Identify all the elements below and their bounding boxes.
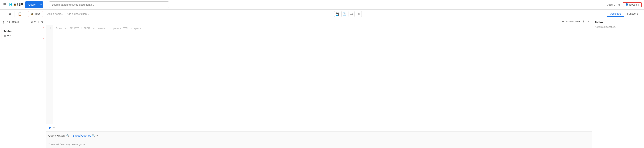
settings-button[interactable]: ⚙ [356,11,362,17]
type-dropdown[interactable]: text ▾ [575,20,580,23]
toolbar-divider [14,11,15,17]
toolbar2-icons: ☰ ⧉ [2,11,12,17]
db-dropdown-label: default [565,20,572,23]
sidebar-filter-label: (1) [30,20,33,23]
right-panel-tables-header: Tables [595,21,642,24]
editor-help-button[interactable]: ? [587,20,590,23]
run-button[interactable]: ▶ [48,125,52,130]
query-main-button[interactable]: Query [25,2,38,8]
search-icon-saved: 🔍 [92,134,95,137]
query-button[interactable]: Query ▾ [25,2,43,8]
stop-icon2: ▪ [54,126,55,129]
navbar-right: Jobs ⊟ ↺ 👤 fayson_r [607,2,642,7]
tag-button[interactable]: 🏷 [348,11,354,17]
sidebar-add-button[interactable]: + [37,20,40,24]
database-icon: 🗃 [7,20,10,23]
name-placeholder[interactable]: Add a name... [47,13,64,15]
bottom-tab-bar: Query History 🔍 Saved Queries 🔍 ↺ [46,132,592,140]
saved-queries-empty: You don't have any saved query. [48,142,86,145]
query-history-label: Query History [48,134,66,137]
center-panel: 🗃 default ▾ text ▾ ⚙ ? 1 [46,18,592,148]
split-view-button[interactable]: ⧉ [8,12,12,17]
logo: H UE [9,2,23,8]
new-doc-icon: 📄 [343,13,346,16]
back-icon: ❮ [2,20,4,23]
right-panel: Tables No tables identified. [592,18,644,148]
jobs-filter-icon: ⊟ [614,4,616,6]
left-sidebar: ❮ 🗃 default (1) ▿ + ↺ Tables [0,18,46,148]
refresh-icon: ↺ [41,20,44,23]
toolbar2-right: 💾 📄 🏷 ⚙ [334,11,362,17]
undo-icon: ↺ [618,3,620,7]
sidebar-icon: ☰ [3,12,6,16]
hive-tab-label: Hive [35,13,40,16]
sidebar-refresh-button[interactable]: ↺ [40,20,44,24]
run-controls: ▶ ▪ ▪ [46,124,592,131]
stop-icon: ▪ [53,126,54,129]
search-input[interactable] [49,2,169,8]
db-dropdown[interactable]: 🗃 default ▾ [562,20,574,23]
jobs-label: Jobs [607,3,613,6]
toolbar2: ☰ ⧉ 📋 Hive Add a name... Add a descripti… [0,10,644,18]
tab-query-history[interactable]: Query History 🔍 [48,134,70,138]
editor-gear-icon: ⚙ [582,20,585,23]
right-panel-empty-msg: No tables identified. [595,26,642,28]
saved-queries-label: Saved Queries [73,134,91,137]
sidebar-back-button[interactable]: ❮ [2,20,5,24]
help-icon: ? [588,20,589,23]
bottom-tabs: Query History 🔍 Saved Queries 🔍 ↺ You do… [46,132,592,148]
tab-functions[interactable]: Functions [624,11,642,17]
desc-placeholder[interactable]: Add a description... [67,13,89,15]
new-doc-button[interactable]: 📄 [341,11,347,17]
jobs-button[interactable]: Jobs ⊟ [607,3,616,6]
user-icon: 👤 [625,3,628,6]
sidebar-filter-button[interactable]: ▿ [34,20,36,24]
history-icon-button[interactable]: 📋 [17,11,23,17]
tab-assistant[interactable]: Assistant [607,11,624,17]
db-chevron-icon: ▾ [572,20,574,23]
line-num-1: 1 [50,26,52,30]
editor-settings-button[interactable]: ⚙ [582,20,586,23]
gear-icon: ⚙ [358,13,360,16]
hive-tab[interactable]: Hive [28,11,43,17]
query-dropdown-button[interactable]: ▾ [39,2,43,8]
bottom-content: You don't have any saved query. [46,140,592,148]
hamburger-button[interactable]: ☰ [2,2,7,8]
right-panel-tabs: Assistant Functions [607,11,642,17]
logo-bee-icon [12,3,17,7]
undo-button[interactable]: ↺ [618,3,620,7]
refresh-icon-saved[interactable]: ↺ [96,134,98,137]
play-icon: ▶ [49,126,52,130]
code-editor: 1 Example: SELECT * FROM tablename, or p… [46,25,592,124]
tab-saved-queries[interactable]: Saved Queries 🔍 ↺ [73,134,98,138]
logo-ue: UE [17,2,23,8]
chevron-down-icon: ▾ [40,4,42,6]
sidebar-toolbar: ❮ 🗃 default (1) ▿ + ↺ [0,18,46,25]
tag-icon: 🏷 [350,13,353,16]
table-icon: ▦ [4,34,6,37]
tables-header: Tables [4,30,42,33]
sidebar-db-name: default [12,20,19,23]
hamburger-icon: ☰ [3,3,6,7]
navbar-left: ☰ H UE Query ▾ [2,2,43,8]
type-dropdown-label: text [575,20,578,23]
sidebar-db-icon-button[interactable]: 🗃 [6,20,10,24]
stop-controls: ▪ ▪ [53,126,55,129]
main-layout: ❮ 🗃 default (1) ▿ + ↺ Tables [0,18,644,148]
user-label: fayson_r [629,3,639,6]
table-item-test[interactable]: ▦ test [4,34,42,37]
navbar: ☰ H UE Query ▾ Jobs [0,0,644,10]
editor-placeholder: Example: SELECT * FROM tablename, or pre… [56,27,141,30]
hive-bee-icon [30,12,34,16]
split-view-icon: ⧉ [9,12,12,16]
user-button[interactable]: 👤 fayson_r [623,2,642,7]
save-button[interactable]: 💾 [334,11,340,17]
type-chevron-icon: ▾ [579,20,580,23]
line-numbers: 1 [46,25,53,124]
logo-h: H [9,2,12,8]
table-name-test: test [6,34,11,37]
editor-meta-bar-right: 🗃 default ▾ text ▾ ⚙ ? [562,20,590,23]
sidebar-toggle-button[interactable]: ☰ [2,11,7,17]
editor-content[interactable]: Example: SELECT * FROM tablename, or pre… [53,25,592,124]
add-icon: + [38,20,39,23]
